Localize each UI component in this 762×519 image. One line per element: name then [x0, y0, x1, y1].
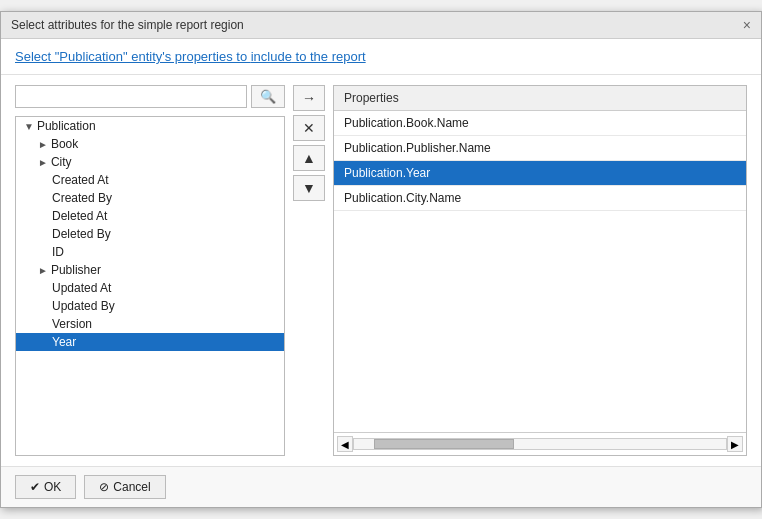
- tree-item-label: Deleted By: [52, 227, 111, 241]
- left-panel: 🔍 ▼Publication►Book►CityCreated AtCreate…: [15, 85, 285, 456]
- subtitle-suffix: to the report: [292, 49, 366, 64]
- expand-arrow: ►: [38, 265, 48, 276]
- right-panel: Properties Publication.Book.NamePublicat…: [333, 85, 747, 456]
- property-item-city-name[interactable]: Publication.City.Name: [334, 186, 746, 211]
- tree-item-deleted-by[interactable]: Deleted By: [16, 225, 284, 243]
- dialog-body: 🔍 ▼Publication►Book►CityCreated AtCreate…: [1, 75, 761, 466]
- properties-header: Properties: [334, 86, 746, 111]
- remove-button[interactable]: ✕: [293, 115, 325, 141]
- tree-item-label: Updated By: [52, 299, 115, 313]
- property-item-label: Publication.Publisher.Name: [344, 141, 491, 155]
- subtitle-link[interactable]: include: [251, 49, 292, 64]
- cancel-button[interactable]: ⊘ Cancel: [84, 475, 165, 499]
- search-button[interactable]: 🔍: [251, 85, 285, 108]
- ok-icon: ✔: [30, 480, 40, 494]
- tree-item-publisher[interactable]: ►Publisher: [16, 261, 284, 279]
- cancel-label: Cancel: [113, 480, 150, 494]
- move-up-button[interactable]: ▲: [293, 145, 325, 171]
- dialog-subtitle: Select "Publication" entity's properties…: [1, 39, 761, 75]
- tree-item-label: City: [51, 155, 72, 169]
- tree-item-created-by[interactable]: Created By: [16, 189, 284, 207]
- tree-item-version[interactable]: Version: [16, 315, 284, 333]
- close-button[interactable]: ×: [743, 18, 751, 32]
- down-icon: ▼: [302, 180, 316, 196]
- cancel-icon: ⊘: [99, 480, 109, 494]
- tree-item-city[interactable]: ►City: [16, 153, 284, 171]
- horizontal-scroll-row: ◀ ▶: [334, 432, 746, 455]
- horizontal-scrollbar[interactable]: [353, 438, 727, 450]
- tree-item-label: Created By: [52, 191, 112, 205]
- dialog-footer: ✔ OK ⊘ Cancel: [1, 466, 761, 507]
- tree-item-created-at[interactable]: Created At: [16, 171, 284, 189]
- property-item-label: Publication.Year: [344, 166, 430, 180]
- expand-arrow: ►: [38, 157, 48, 168]
- scrollbar-thumb[interactable]: [374, 439, 514, 449]
- scroll-right-button[interactable]: ▶: [727, 436, 743, 452]
- expand-arrow: ▼: [24, 121, 34, 132]
- tree-item-label: Year: [52, 335, 76, 349]
- tree-item-label: Version: [52, 317, 92, 331]
- property-item-book-name[interactable]: Publication.Book.Name: [334, 111, 746, 136]
- tree-item-label: Deleted At: [52, 209, 107, 223]
- scroll-left-button[interactable]: ◀: [337, 436, 353, 452]
- expand-arrow: ►: [38, 139, 48, 150]
- property-item-year[interactable]: Publication.Year: [334, 161, 746, 186]
- middle-buttons: → ✕ ▲ ▼: [291, 85, 327, 456]
- tree-item-id[interactable]: ID: [16, 243, 284, 261]
- tree-item-publication[interactable]: ▼Publication: [16, 117, 284, 135]
- tree-item-year[interactable]: Year: [16, 333, 284, 351]
- tree-item-label: Created At: [52, 173, 109, 187]
- up-icon: ▲: [302, 150, 316, 166]
- properties-list: Publication.Book.NamePublication.Publish…: [334, 111, 746, 432]
- tree-item-label: Updated At: [52, 281, 111, 295]
- dialog-title: Select attributes for the simple report …: [11, 18, 244, 32]
- property-item-publisher-name[interactable]: Publication.Publisher.Name: [334, 136, 746, 161]
- add-button[interactable]: →: [293, 85, 325, 111]
- property-item-label: Publication.Book.Name: [344, 116, 469, 130]
- tree-item-label: Publisher: [51, 263, 101, 277]
- search-input[interactable]: [15, 85, 247, 108]
- tree-item-updated-by[interactable]: Updated By: [16, 297, 284, 315]
- add-icon: →: [302, 90, 316, 106]
- tree-item-updated-at[interactable]: Updated At: [16, 279, 284, 297]
- subtitle-prefix: Select "Publication" entity's properties…: [15, 49, 251, 64]
- tree-item-book[interactable]: ►Book: [16, 135, 284, 153]
- dialog-titlebar: Select attributes for the simple report …: [1, 12, 761, 39]
- search-row: 🔍: [15, 85, 285, 108]
- tree-item-label: Book: [51, 137, 78, 151]
- search-icon: 🔍: [260, 89, 276, 104]
- main-dialog: Select attributes for the simple report …: [0, 11, 762, 508]
- ok-button[interactable]: ✔ OK: [15, 475, 76, 499]
- move-down-button[interactable]: ▼: [293, 175, 325, 201]
- remove-icon: ✕: [303, 120, 315, 136]
- tree-item-label: ID: [52, 245, 64, 259]
- property-item-label: Publication.City.Name: [344, 191, 461, 205]
- tree-container: ▼Publication►Book►CityCreated AtCreated …: [15, 116, 285, 456]
- ok-label: OK: [44, 480, 61, 494]
- tree-item-deleted-at[interactable]: Deleted At: [16, 207, 284, 225]
- tree-item-label: Publication: [37, 119, 96, 133]
